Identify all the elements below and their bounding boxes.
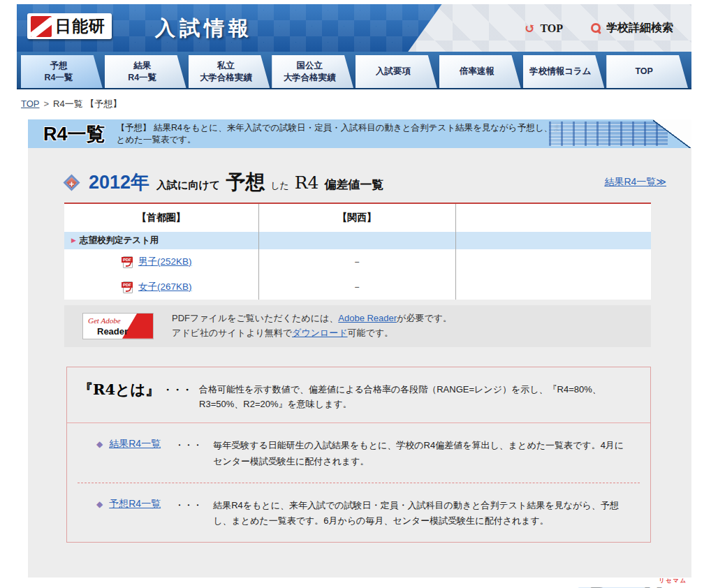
table-header-row: 【首都圏】 【関西】 <box>64 204 651 232</box>
tab-shiritsu-goukaku[interactable]: 私立 大学合格実績 <box>189 55 270 88</box>
heading-text-2: 予想 <box>226 169 265 196</box>
main-content: R4一覧 【予想】 結果R4をもとに、来年入試での試験日・定員・入試科目の動きと… <box>28 119 691 578</box>
tab-label: 学校情報コラム <box>529 66 591 77</box>
tab-bairitsu-sokuhou[interactable]: 倍率速報 <box>439 55 521 88</box>
kekka-r4-description: 毎年受験する日能研生の入試結果をもとに、学校のR4偏差値を算出し、まとめた一覧表… <box>213 438 632 469</box>
r4-explanation-box: 『R4とは』 ・・・ 合格可能性を示す数値で、偏差値による合格率の各段階（RAN… <box>66 367 651 543</box>
table-group-row: ▶志望校判定テスト用 <box>64 232 651 249</box>
dots-separator: ・・・ <box>175 499 202 512</box>
kansai-empty-value: － <box>258 274 455 300</box>
tab-yosou-r4-ichiran[interactable]: 予想 R4一覧 <box>21 55 103 88</box>
header-links: ↺ TOP 学校詳細検索 <box>524 21 673 36</box>
adobe-text-1: PDFファイルをご覧いただくためには、 <box>172 313 338 323</box>
table-row: 男子(252KB) － <box>64 249 651 274</box>
site-title: 入試情報 <box>155 15 253 43</box>
nichinoken-n-icon <box>31 16 52 37</box>
adobe-badge-line2: Reader <box>97 326 128 337</box>
diamond-bullet-icon: ◆ <box>96 499 103 509</box>
kekka-r4-item: ◆ 結果R4一覧 ・・・ 毎年受験する日能研生の入試結果をもとに、学校のR4偏差… <box>67 423 650 482</box>
yosou-r4-item: ◆ 予想R4一覧 ・・・ 結果R4をもとに、来年入試での試験日・定員・入試科目の… <box>67 483 650 542</box>
tab-label: R4一覧 <box>44 72 73 83</box>
resemom-ruby-text: リセマム <box>659 577 687 585</box>
header-search-label: 学校詳細検索 <box>606 21 673 36</box>
tab-nyushi-youkou[interactable]: 入試要項 <box>356 55 437 88</box>
header-school-search-link[interactable]: 学校詳細検索 <box>591 21 673 36</box>
tab-label: 予想 <box>50 60 67 71</box>
logo-brand-text: 日能研 <box>55 15 105 37</box>
column-header-shutoken: 【首都圏】 <box>64 204 258 232</box>
heading-text-4: R4 <box>295 172 319 193</box>
adobe-text-2: が必要です。 <box>397 313 452 323</box>
group-row-label: 志望校判定テスト用 <box>80 235 159 245</box>
page-title-description: 【予想】 結果R4をもとに、来年入試での試験日・定員・入試科目の動きと合判テスト… <box>117 122 564 146</box>
breadcrumb-top-link[interactable]: TOP <box>21 98 40 109</box>
section-heading: 2012年 入試に向けて 予想 した R4 偏差値一覧 結果R4一覧≫ <box>63 169 666 196</box>
heading-text-3: した <box>270 179 289 192</box>
tab-top[interactable]: TOP <box>606 55 688 88</box>
resemom-watermark-logo: リセマム ReseMom. <box>589 582 703 588</box>
tab-kokkoritsu-goukaku[interactable]: 国公立 大学合格実績 <box>272 55 353 88</box>
adobe-badge-line1: Get Adobe <box>88 316 121 325</box>
kekka-r4-list-link[interactable]: 結果R4一覧≫ <box>604 176 666 189</box>
heading-text-1: 入試に向けて <box>156 179 220 192</box>
heading-text-5: 偏差値一覧 <box>324 177 383 193</box>
yosou-r4-description: 結果R4をもとに、来年入試での試験日・定員・入試科目の動きと合判テスト結果を見な… <box>213 498 632 529</box>
tab-label: 大学合格実績 <box>284 72 336 83</box>
r4-definition-text: 合格可能性を示す数値で、偏差値による合格率の各段階（RANGE=レンジ）を示し、… <box>199 382 632 412</box>
adobe-notice-text: PDFファイルをご覧いただくためには、Adobe Readerが必要です。 アド… <box>172 311 452 341</box>
r4-download-table: 【首都圏】 【関西】 ▶志望校判定テスト用 男子(252KB) － <box>64 204 651 300</box>
r4-definition-title: 『R4とは』 <box>78 380 160 399</box>
diamond-bullet-icon: ◆ <box>96 439 103 449</box>
pdf-link-boys[interactable]: 男子(252KB) <box>138 256 192 268</box>
column-header-blank <box>455 204 651 232</box>
triangle-bullet-icon: ▶ <box>71 237 76 244</box>
kekka-r4-ichiran-link[interactable]: 結果R4一覧 <box>109 438 161 450</box>
pdf-link-girls[interactable]: 女子(267KB) <box>138 281 192 293</box>
download-link[interactable]: ダウンロード <box>292 328 348 338</box>
heading-year: 2012年 <box>89 170 149 195</box>
header-top-link[interactable]: ↺ TOP <box>524 22 563 35</box>
pdf-file-icon <box>123 256 133 268</box>
dots-separator: ・・・ <box>163 384 192 397</box>
column-header-kansai: 【関西】 <box>258 204 455 232</box>
banner-corner-decoration <box>653 119 691 148</box>
tab-label: TOP <box>635 66 652 77</box>
tab-label: R4一覧 <box>128 72 156 83</box>
pdf-file-icon <box>123 281 133 293</box>
page-title-banner: R4一覧 【予想】 結果R4をもとに、来年入試での試験日・定員・入試科目の動きと… <box>28 119 691 148</box>
breadcrumb-current: R4一覧 【予想】 <box>53 98 122 109</box>
adobe-reader-link[interactable]: Adobe Reader <box>338 313 397 323</box>
breadcrumb: TOP>R4一覧 【予想】 <box>21 98 718 110</box>
page-title: R4一覧 <box>43 122 105 147</box>
nichinoken-logo[interactable]: 日能研 <box>27 13 112 39</box>
table-row: 女子(267KB) － <box>64 274 651 300</box>
diamond-icon <box>63 174 80 191</box>
tab-label: 入試要項 <box>376 66 411 77</box>
tab-label: 大学合格実績 <box>200 72 252 83</box>
tab-gakkou-joho-column[interactable]: 学校情報コラム <box>523 55 605 88</box>
page-footer: ▲ ページ上部へ リセマム ReseMom. <box>17 578 691 588</box>
tab-kekka-r4-ichiran[interactable]: 結果 R4一覧 <box>105 55 186 88</box>
adobe-text-3: アドビ社のサイトより無料で <box>172 328 292 338</box>
tab-label: 私立 <box>217 60 235 71</box>
breadcrumb-separator: > <box>44 98 50 109</box>
yosou-r4-ichiran-link[interactable]: 予想R4一覧 <box>109 498 161 510</box>
spreadsheet-thumbnail-decoration <box>549 122 668 146</box>
kansai-empty-value: － <box>258 249 455 274</box>
adobe-text-4: 可能です。 <box>348 328 394 338</box>
get-adobe-reader-badge[interactable]: Get Adobe Reader <box>82 313 154 339</box>
main-nav-tabbar: 予想 R4一覧 結果 R4一覧 私立 大学合格実績 国公立 大学合格実績 入試要… <box>17 52 691 89</box>
dots-separator: ・・・ <box>175 439 202 452</box>
site-header: 日能研 入試情報 ↺ TOP 学校詳細検索 <box>17 4 691 52</box>
r4-definition-section: 『R4とは』 ・・・ 合格可能性を示す数値で、偏差値による合格率の各段階（RAN… <box>67 367 650 423</box>
tab-label: 国公立 <box>296 60 323 71</box>
tab-label: 倍率速報 <box>460 66 494 77</box>
uturn-arrow-icon: ↺ <box>524 22 535 35</box>
header-top-label: TOP <box>540 22 563 35</box>
adobe-reader-notice: Get Adobe Reader PDFファイルをご覧いただくためには、Adob… <box>64 305 651 347</box>
search-icon <box>591 23 601 34</box>
tab-label: 結果 <box>133 60 151 71</box>
